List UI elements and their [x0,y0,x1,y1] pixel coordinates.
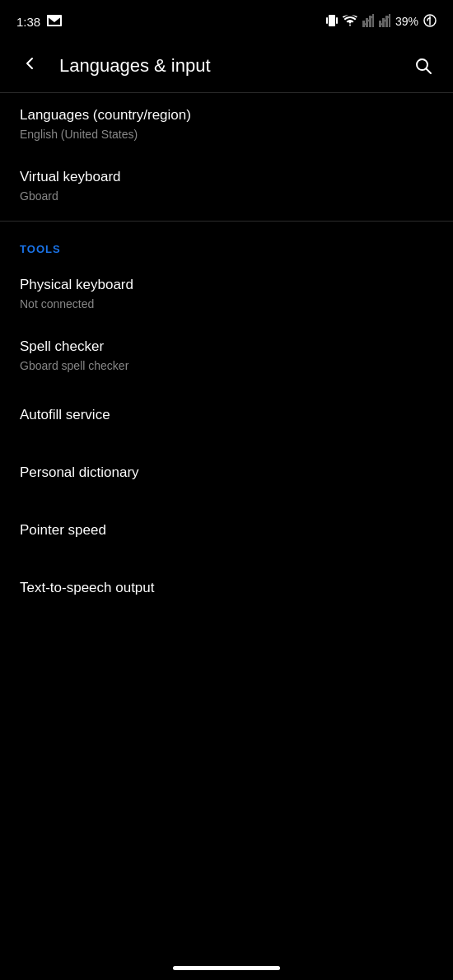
back-arrow-icon [20,54,40,78]
signal-icon [362,14,374,30]
spell-checker-title: Spell checker [20,338,433,356]
svg-rect-1 [326,17,328,24]
tools-divider [0,221,453,222]
vibrate-icon [326,13,338,30]
personal-dictionary-item[interactable]: Personal dictionary [0,444,453,502]
spell-checker-subtitle: Gboard spell checker [20,358,433,373]
home-indicator [173,966,280,970]
back-button[interactable] [13,49,46,82]
svg-rect-2 [336,17,338,24]
text-to-speech-title: Text-to-speech output [20,579,433,597]
pointer-speed-title: Pointer speed [20,521,433,539]
battery-icon [423,14,437,30]
languages-item[interactable]: Languages (country/region) English (Unit… [0,93,453,155]
spell-checker-item[interactable]: Spell checker Gboard spell checker [0,324,453,386]
text-to-speech-item[interactable]: Text-to-speech output [0,559,453,617]
search-icon [413,56,433,76]
tools-header-text: TOOLS [20,243,61,255]
mail-icon [47,15,62,29]
autofill-service-title: Autofill service [20,406,433,424]
autofill-service-item[interactable]: Autofill service [0,386,453,444]
status-time: 1:38 [16,15,40,29]
wifi-icon [343,15,357,29]
search-button[interactable] [407,49,440,82]
tools-section-header: TOOLS [0,225,453,263]
personal-dictionary-title: Personal dictionary [20,464,433,482]
virtual-keyboard-title: Virtual keyboard [20,168,433,186]
svg-rect-0 [329,15,335,26]
physical-keyboard-subtitle: Not connected [20,296,433,311]
svg-line-15 [427,69,432,74]
virtual-keyboard-subtitle: Gboard [20,189,433,203]
languages-subtitle: English (United States) [20,127,433,142]
page-title: Languages & input [59,55,407,77]
status-bar: 1:38 [0,0,453,40]
pointer-speed-item[interactable]: Pointer speed [0,502,453,559]
status-right: 39% [326,13,437,30]
signal2-icon [379,14,390,30]
languages-title: Languages (country/region) [20,106,433,124]
settings-list: Languages (country/region) English (Unit… [0,93,453,617]
status-left: 1:38 [16,15,62,29]
virtual-keyboard-item[interactable]: Virtual keyboard Gboard [0,155,453,217]
physical-keyboard-item[interactable]: Physical keyboard Not connected [0,263,453,324]
toolbar: Languages & input [0,40,453,92]
physical-keyboard-title: Physical keyboard [20,276,433,294]
battery-percent: 39% [395,15,418,28]
